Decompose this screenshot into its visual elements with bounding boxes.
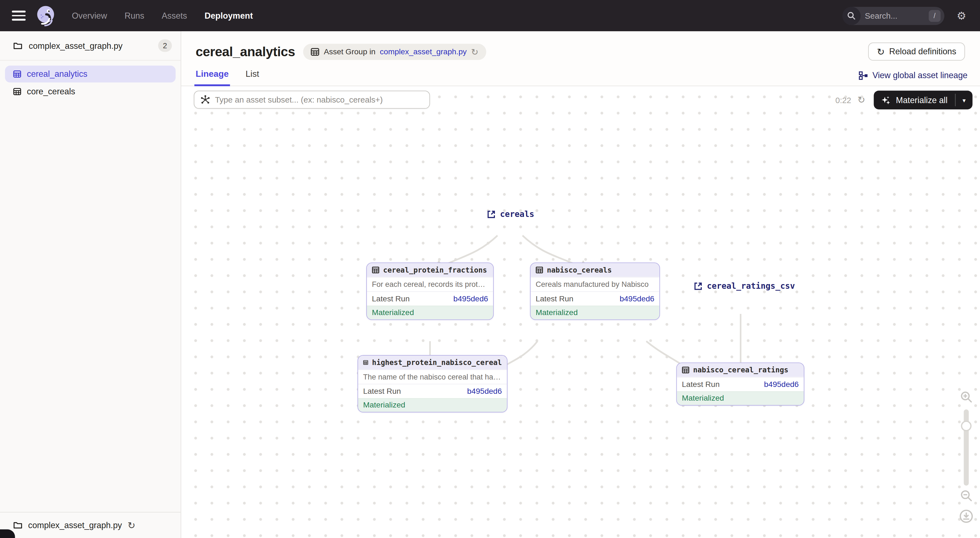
reload-location-icon[interactable]: ↻ bbox=[127, 521, 135, 530]
nav-item-deployment[interactable]: Deployment bbox=[205, 11, 253, 20]
page-title: cereal_analytics bbox=[196, 44, 295, 59]
latest-run-id-link[interactable]: b495ded6 bbox=[467, 387, 502, 396]
nav-item-assets[interactable]: Assets bbox=[162, 11, 187, 20]
asset-group-tag-link[interactable]: complex_asset_graph.py bbox=[380, 47, 467, 56]
asset-name: nabisco_cereals bbox=[547, 266, 612, 274]
asset-latest-run-row: Latest Run b495ded6 bbox=[677, 377, 804, 391]
asset-group-icon bbox=[13, 88, 21, 96]
sidebar-code-location-header[interactable]: complex_asset_graph.py 2 bbox=[0, 31, 181, 60]
reload-definitions-label: Reload definitions bbox=[889, 47, 956, 56]
top-navbar: Overview Runs Assets Deployment Search..… bbox=[0, 0, 980, 31]
asset-latest-run-row: Latest Run b495ded6 bbox=[367, 291, 493, 306]
asset-description: The name of the nabisco cereal that has … bbox=[358, 369, 507, 384]
table-icon bbox=[682, 366, 689, 374]
asset-name: highest_protein_nabisco_cereal bbox=[372, 358, 502, 367]
asset-name: cereal_protein_fractions bbox=[383, 266, 487, 274]
open-in-new-icon bbox=[487, 210, 496, 218]
asset-group-tag-text: Asset Group in bbox=[324, 47, 375, 56]
asset-status-badge: Materialized bbox=[677, 391, 804, 405]
source-node-label: cereal_ratings_csv bbox=[707, 281, 795, 291]
source-node-label: cereals bbox=[500, 210, 534, 219]
asset-latest-run-row: Latest Run b495ded6 bbox=[358, 384, 507, 398]
footer-code-location-name: complex_asset_graph.py bbox=[28, 521, 122, 530]
sparkle-icon bbox=[881, 96, 891, 105]
materialize-options-dropdown[interactable]: ▾ bbox=[956, 91, 973, 110]
table-icon bbox=[372, 266, 379, 274]
asset-node-header: nabisco_cereals bbox=[531, 263, 659, 277]
asset-node-nabisco-cereal-ratings[interactable]: nabisco_cereal_ratings Latest Run b495de… bbox=[676, 363, 804, 406]
sidebar: complex_asset_graph.py 2 cereal_analytic… bbox=[0, 31, 181, 538]
latest-run-id-link[interactable]: b495ded6 bbox=[620, 294, 654, 303]
latest-run-label: Latest Run bbox=[682, 380, 720, 389]
view-global-asset-lineage-label: View global asset lineage bbox=[872, 71, 968, 80]
reload-tag-icon[interactable]: ↻ bbox=[471, 47, 479, 56]
asset-group-tag: Asset Group in complex_asset_graph.py ↻ bbox=[303, 43, 486, 59]
canvas-toolbar-right: 0:22 ↻ Materialize all ▾ bbox=[835, 91, 973, 110]
view-global-asset-lineage-link[interactable]: View global asset lineage bbox=[859, 71, 968, 86]
materialize-all-label: Materialize all bbox=[896, 96, 947, 105]
tab-list[interactable]: List bbox=[246, 69, 259, 86]
app-root: Overview Runs Assets Deployment Search..… bbox=[0, 0, 980, 538]
search-shortcut-key: / bbox=[929, 10, 940, 21]
asset-node-cereal-protein-fractions[interactable]: cereal_protein_fractions For each cereal… bbox=[366, 263, 494, 320]
reload-definitions-button[interactable]: ↻ Reload definitions bbox=[868, 43, 965, 60]
folder-icon bbox=[13, 42, 22, 50]
hamburger-menu-icon[interactable] bbox=[12, 11, 25, 21]
sidebar-footer: complex_asset_graph.py ↻ bbox=[0, 512, 181, 538]
nav-item-overview[interactable]: Overview bbox=[72, 11, 107, 20]
sidebar-group-list: cereal_analytics core_cereals bbox=[0, 60, 181, 100]
folder-icon bbox=[13, 521, 22, 530]
asset-status-badge: Materialized bbox=[531, 306, 659, 320]
page-header: cereal_analytics Asset Group in complex_… bbox=[181, 31, 980, 67]
nav-item-runs[interactable]: Runs bbox=[124, 11, 144, 20]
search-input[interactable]: Search... / bbox=[842, 6, 944, 25]
sidebar-item-label: core_cereals bbox=[27, 87, 75, 96]
reload-icon: ↻ bbox=[877, 47, 885, 56]
asset-description: For each cereal, records its protein ... bbox=[367, 277, 493, 291]
source-node-cereal-ratings-csv[interactable]: cereal_ratings_csv bbox=[694, 281, 795, 291]
sidebar-item-core-cereals[interactable]: core_cereals bbox=[5, 83, 175, 100]
latest-run-label: Latest Run bbox=[363, 387, 401, 396]
asset-node-nabisco-cereals[interactable]: nabisco_cereals Cereals manufactured by … bbox=[530, 263, 660, 320]
asset-node-header: nabisco_cereal_ratings bbox=[677, 363, 804, 377]
latest-run-label: Latest Run bbox=[536, 294, 573, 303]
open-in-new-icon bbox=[694, 282, 703, 290]
zoom-out-icon[interactable] bbox=[960, 489, 973, 502]
asset-group-icon bbox=[13, 70, 21, 78]
asset-description: Cereals manufactured by Nabisco bbox=[531, 277, 659, 291]
asset-group-icon bbox=[311, 47, 320, 56]
latest-run-id-link[interactable]: b495ded6 bbox=[453, 294, 488, 303]
op-selector-icon bbox=[201, 95, 210, 104]
settings-gear-icon[interactable]: ⚙ bbox=[957, 10, 966, 21]
materialize-all-button[interactable]: Materialize all bbox=[874, 91, 955, 110]
primary-nav: Overview Runs Assets Deployment bbox=[72, 11, 253, 20]
refresh-graph-icon[interactable]: ↻ bbox=[858, 94, 865, 105]
latest-run-label: Latest Run bbox=[372, 294, 410, 303]
table-icon bbox=[536, 266, 543, 274]
dagster-logo-icon[interactable] bbox=[36, 5, 57, 26]
table-icon bbox=[363, 359, 368, 366]
asset-status-badge: Materialized bbox=[358, 398, 507, 412]
asset-node-header: cereal_protein_fractions bbox=[367, 263, 493, 277]
zoom-slider[interactable] bbox=[964, 409, 969, 485]
zoom-in-icon[interactable] bbox=[960, 391, 973, 403]
zoom-slider-handle[interactable] bbox=[961, 421, 972, 431]
asset-subset-filter[interactable] bbox=[194, 91, 430, 109]
view-tabs: Lineage List View global asset lineage bbox=[181, 67, 980, 86]
sidebar-item-cereal-analytics[interactable]: cereal_analytics bbox=[5, 65, 175, 83]
asset-node-highest-protein-nabisco-cereal[interactable]: highest_protein_nabisco_cereal The name … bbox=[358, 355, 508, 413]
latest-run-id-link[interactable]: b495ded6 bbox=[764, 380, 799, 389]
tab-lineage[interactable]: Lineage bbox=[196, 69, 229, 86]
lineage-canvas[interactable]: 0:22 ↻ Materialize all ▾ bbox=[181, 86, 980, 538]
refresh-countdown: 0:22 bbox=[835, 96, 851, 105]
asset-group-count-badge: 2 bbox=[158, 40, 172, 52]
source-node-cereals[interactable]: cereals bbox=[487, 210, 535, 219]
code-location-name: complex_asset_graph.py bbox=[29, 41, 158, 50]
asset-name: nabisco_cereal_ratings bbox=[693, 366, 788, 374]
materialize-all-split-button: Materialize all ▾ bbox=[874, 91, 973, 110]
search-icon bbox=[842, 6, 861, 25]
download-image-icon[interactable] bbox=[959, 509, 973, 523]
main-panel: cereal_analytics Asset Group in complex_… bbox=[181, 31, 980, 538]
asset-subset-input[interactable] bbox=[215, 95, 423, 104]
zoom-controls bbox=[956, 391, 976, 523]
